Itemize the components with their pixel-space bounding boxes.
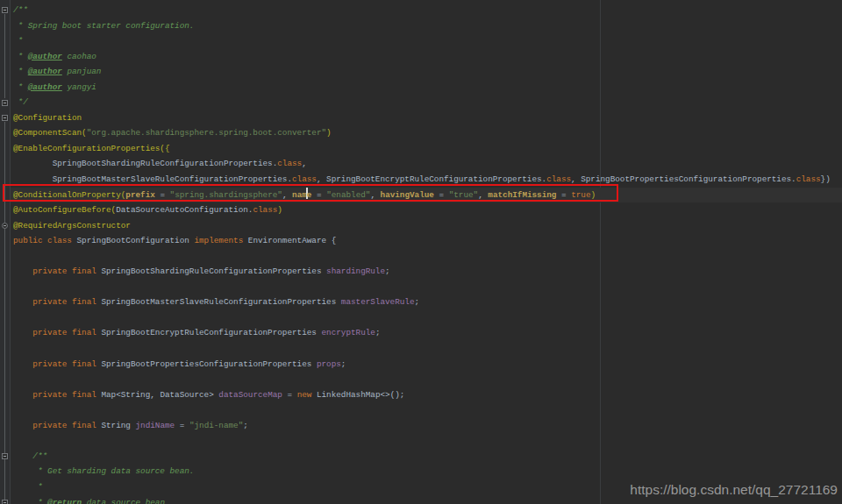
fold-range-line [4,14,5,98]
code-line[interactable]: private final Map<String, DataSource> da… [13,387,842,403]
code-token: EnvironmentAware { [248,236,336,245]
code-area[interactable]: /** * Spring boot starter configuration.… [10,0,842,504]
code-token: caohao [62,52,96,61]
code-line[interactable]: * Get sharding data source bean. [13,464,842,479]
fold-marker-box[interactable] [2,453,8,459]
code-token: jndiName [136,421,175,430]
code-token: /** [13,5,28,15]
code-token: = [175,421,189,430]
code-token: @AutoConfigureBefore( [13,205,116,215]
code-token: @author [28,52,62,61]
code-token: LinkedHashMap<>(); [317,390,404,400]
fold-marker-circle[interactable] [2,223,8,229]
code-line[interactable]: private final SpringBootShardingRuleConf… [13,264,842,280]
code-token: @return [47,498,82,504]
code-line[interactable]: /** [13,449,842,465]
code-line[interactable]: * @author panjuan [13,64,842,80]
code-token: * Spring boot starter configuration. [13,21,194,31]
code-line[interactable] [13,280,842,295]
code-line[interactable]: * @author caohao [13,49,842,65]
code-token: class [292,174,317,184]
code-token [13,328,32,337]
code-token: private final [32,297,101,307]
code-line[interactable] [13,249,842,265]
code-line[interactable]: * Spring boot starter configuration. [13,18,842,34]
code-line[interactable]: private final String jndiName = "jndi-na… [13,418,842,434]
code-token: ; [415,297,420,307]
code-token: SpringBootPropertiesConfigurationPropert… [101,359,316,369]
code-token: , SpringBootPropertiesConfigurationPrope… [571,174,796,184]
code-token [13,390,32,400]
code-token: String [101,421,135,430]
code-token: masterSlaveRule [341,297,415,307]
code-token: SpringBootShardingRuleConfigurationPrope… [101,266,326,276]
fold-marker-box[interactable] [2,500,8,504]
code-token: DataSourceAutoConfiguration. [116,205,253,215]
code-line[interactable]: SpringBootShardingRuleConfigurationPrope… [13,156,842,172]
code-line[interactable]: * [13,33,842,49]
code-line[interactable]: */ [13,95,842,110]
code-token: * [13,82,28,92]
code-token: @author [28,67,62,76]
code-token: "jndi-name" [189,421,243,430]
code-line[interactable] [13,372,842,387]
code-token: class [277,159,302,168]
code-line[interactable]: private final SpringBootEncryptRuleConfi… [13,325,842,341]
code-token: * [13,67,28,76]
code-token: @RequiredArgsConstructor [13,221,131,231]
code-token [13,359,32,369]
code-token: class [796,174,821,184]
code-token: SpringBootMasterSlaveRuleConfigurationPr… [13,174,292,184]
code-token: class [253,205,277,215]
code-token [13,421,32,430]
code-token: private final [32,421,101,430]
code-token: data source bean [82,498,165,504]
code-token: ; [375,328,381,337]
code-line[interactable]: private final SpringBootPropertiesConfig… [13,357,842,373]
editor-fold-gutter[interactable] [0,0,11,504]
code-line[interactable]: /** [13,3,842,18]
code-line[interactable]: @RequiredArgsConstructor [13,218,842,234]
code-line[interactable]: private final SpringBootMasterSlaveRuleC… [13,295,842,310]
code-token: * [13,482,42,492]
code-token: @ComponentScan( [13,128,87,138]
code-line[interactable] [13,310,842,326]
code-line[interactable] [13,433,842,449]
code-token: ) [277,205,282,215]
code-token: new [297,390,317,400]
code-token: SpringBootShardingRuleConfigurationPrope… [13,159,277,168]
highlight-red-box [3,184,618,202]
code-token: private final [32,328,101,337]
code-line[interactable]: @AutoConfigureBefore(DataSourceAutoConfi… [13,202,842,218]
code-token [13,297,32,307]
code-token: , [302,159,307,168]
watermark-url: https://blog.csdn.net/qq_27721169 [630,482,838,498]
fold-marker-box[interactable] [2,100,8,106]
ide-code-editor: /** * Spring boot starter configuration.… [0,0,842,504]
code-token: panjuan [62,67,102,76]
code-token: = [282,390,297,400]
code-token: * Get sharding data source bean. [13,466,194,476]
code-line[interactable]: public class SpringBootConfiguration imp… [13,233,842,249]
code-line[interactable]: @ComponentScan("org.apache.shardingspher… [13,125,842,141]
code-token: private final [32,266,101,276]
code-token: ) [326,128,332,138]
code-token: implements [194,236,247,245]
code-line[interactable]: @EnableConfigurationProperties({ [13,141,842,157]
code-token: @EnableConfigurationProperties({ [13,144,170,153]
fold-marker-box[interactable] [2,7,8,13]
code-line[interactable]: @Configuration [13,110,842,126]
code-line[interactable] [13,402,842,418]
code-token: */ [13,97,28,107]
code-token: , SpringBootEncryptRuleConfigurationProp… [317,174,546,184]
code-line[interactable]: * @author yangyi [13,80,842,96]
code-token: private final [32,390,101,400]
code-token: ; [385,266,390,276]
code-token: props [317,359,341,369]
fold-range-line [4,122,5,504]
code-line[interactable] [13,341,842,357]
code-token: SpringBootEncryptRuleConfigurationProper… [101,328,321,337]
fold-marker-box[interactable] [2,115,8,121]
code-token: dataSourceMap [218,390,282,400]
code-token: yangyi [62,82,96,92]
